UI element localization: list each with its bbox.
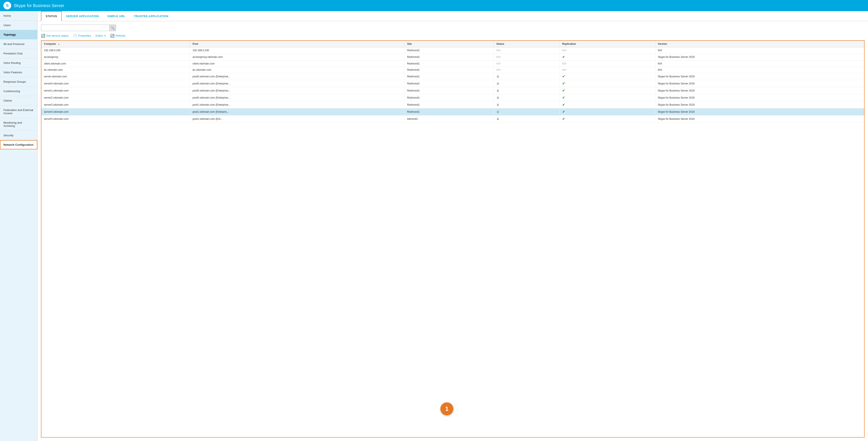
replication-na: N/A	[562, 62, 566, 65]
table-row[interactable]: server.vdomain.com pool0.vdomain.com (En…	[41, 73, 864, 80]
cell-pool: pool1.vdomain.com (Enterprise...	[190, 101, 404, 108]
sidebar-item-voice-features[interactable]: Voice Features	[0, 68, 37, 77]
cell-site: Redmond1	[404, 108, 494, 115]
main-content: STATUSSERVER APPLICATIONSIMPLE URLTRUSTE…	[37, 11, 868, 441]
content-area: 🔍 🔄 Get service status 📄 Properties Acti…	[37, 21, 868, 441]
cell-status: 🖥	[494, 115, 559, 123]
properties-label: Properties	[78, 34, 91, 37]
sidebar: HomeUsersTopologyIM and PresencePersiste…	[0, 11, 37, 441]
cell-site: Redmond1	[404, 101, 494, 108]
cell-computer: accessproxy	[41, 54, 190, 61]
search-input[interactable]	[41, 25, 110, 31]
status-icon: 🖥	[496, 110, 499, 113]
cell-version: Skype for Business Server 2019	[655, 94, 864, 101]
properties-button[interactable]: 📄 Properties	[73, 34, 91, 38]
cell-status: 🖥	[494, 73, 559, 80]
tab-simple-url[interactable]: SIMPLE URL	[103, 11, 130, 21]
cell-version: Skype for Business Server 2019	[655, 54, 864, 61]
table-row[interactable]: accessproxy accessproxy.vdomain.com Redm…	[41, 54, 864, 61]
replication-check-icon: ✔	[562, 89, 565, 92]
sidebar-item-monitoring[interactable]: Monitoring and Archiving	[0, 118, 37, 131]
cell-status: 🖥	[494, 80, 559, 87]
cell-version: N/A	[655, 61, 864, 67]
action-label: Action	[95, 34, 103, 37]
document-icon: 📄	[73, 34, 77, 38]
chevron-down-icon: ▼	[104, 34, 106, 37]
cell-status: 🖥	[494, 94, 559, 101]
table-row[interactable]: dc.vdomain.com dc.vdomain.com Redmond1 N…	[41, 67, 864, 73]
refresh-button[interactable]: 🔃 Refresh	[110, 34, 125, 38]
sidebar-item-conferencing[interactable]: Conferencing	[0, 87, 37, 96]
cell-site: Redmond1	[404, 67, 494, 73]
table-row[interactable]: server0.vdomain.com pool0.vdomain.com (E…	[41, 80, 864, 87]
status-icon: 🖥	[496, 117, 499, 121]
sidebar-item-topology[interactable]: Topology	[0, 30, 37, 39]
cell-status: 🖥	[494, 101, 559, 108]
search-bar: 🔍	[41, 25, 865, 31]
cell-site: Redmond1	[404, 87, 494, 94]
table-row[interactable]: server2.vdomain.com pool0.vdomain.com (E…	[41, 94, 864, 101]
app-header: S Skype for Business Server	[0, 0, 868, 11]
tab-server-application[interactable]: SERVER APPLICATION	[62, 11, 103, 21]
sidebar-item-im-presence[interactable]: IM and Presence	[0, 39, 37, 49]
cell-computer: server5.vdomain.com	[41, 115, 190, 123]
cell-status: N/A	[494, 61, 559, 67]
tab-trusted-application[interactable]: TRUSTED APPLICATION	[129, 11, 173, 21]
table-row[interactable]: server5.vdomain.com pool1.vdomain.com (E…	[41, 115, 864, 123]
cell-status: N/A	[494, 47, 559, 54]
replication-check-icon: ✔	[562, 103, 565, 106]
cell-version: N/A	[655, 47, 864, 54]
cell-replication: ✔	[559, 73, 655, 80]
status-icon: 🖥	[496, 89, 499, 92]
sidebar-item-home[interactable]: Home	[0, 11, 37, 21]
replication-check-icon: ✔	[562, 55, 565, 59]
status-na: N/A	[496, 62, 501, 65]
sidebar-item-network-config[interactable]: Network Configuration	[0, 140, 37, 149]
refresh-circle-icon: 🔄	[41, 34, 45, 38]
search-button[interactable]: 🔍	[110, 25, 116, 31]
status-icon: 🖥	[496, 75, 499, 78]
cell-pool: dc.vdomain.com	[190, 67, 404, 73]
logo-letter: S	[6, 3, 8, 8]
col-site: Site	[404, 41, 494, 47]
cell-computer: server0.vdomain.com	[41, 80, 190, 87]
cell-status: N/A	[494, 54, 559, 61]
table-row[interactable]: server3.vdomain.com pool1.vdomain.com (E…	[41, 101, 864, 108]
status-na: N/A	[496, 49, 501, 52]
cell-site: Redmond1	[404, 47, 494, 54]
table-row[interactable]: 192.168.0.240 192.168.0.240 Redmond1 N/A…	[41, 47, 864, 54]
action-dropdown-button[interactable]: Action ▼	[95, 34, 106, 37]
cell-replication: ✔	[559, 80, 655, 87]
cell-site: Redmond1	[404, 80, 494, 87]
sidebar-item-federation[interactable]: Federation and External Access	[0, 105, 37, 118]
replication-na: N/A	[562, 68, 566, 71]
cell-pool: pool1.vdomain.com (Enterpris...	[190, 108, 404, 115]
cell-replication: N/A	[559, 67, 655, 73]
sidebar-item-clients[interactable]: Clients	[0, 96, 37, 105]
server-table: Computer ▲ Pool Site Status Replication …	[41, 41, 864, 123]
cell-version: Skype for Business Server 2019	[655, 80, 864, 87]
cell-status: 🖥	[494, 87, 559, 94]
cell-site: Redmond1	[404, 54, 494, 61]
cell-version: Skype for Business Server 2019	[655, 73, 864, 80]
cell-replication: ✔	[559, 54, 655, 61]
sidebar-item-users[interactable]: Users	[0, 21, 37, 30]
cell-computer: server4.vdomain.com	[41, 108, 190, 115]
cell-pool: accessproxy.vdomain.com	[190, 54, 404, 61]
get-service-status-button[interactable]: 🔄 Get service status	[41, 34, 69, 38]
tab-status[interactable]: STATUS	[41, 11, 62, 21]
table-row[interactable]: server4.vdomain.com pool1.vdomain.com (E…	[41, 108, 864, 115]
sidebar-item-security[interactable]: Security	[0, 131, 37, 140]
replication-check-icon: ✔	[562, 75, 565, 78]
replication-check-icon: ✔	[562, 117, 565, 121]
table-row[interactable]: client.vdomain.com client.vdomain.com Re…	[41, 61, 864, 67]
status-icon: 🖥	[496, 82, 499, 85]
step-badge-container: 1	[440, 402, 453, 415]
table-row[interactable]: server1.vdomain.com pool0.vdomain.com (E…	[41, 87, 864, 94]
replication-na: N/A	[562, 49, 566, 52]
sidebar-item-voice-routing[interactable]: Voice Routing	[0, 58, 37, 68]
col-version: Version	[655, 41, 864, 47]
sidebar-item-persistent-chat[interactable]: Persistent Chat	[0, 49, 37, 58]
sidebar-item-response-groups[interactable]: Response Groups	[0, 77, 37, 87]
cell-pool: 192.168.0.240	[190, 47, 404, 54]
